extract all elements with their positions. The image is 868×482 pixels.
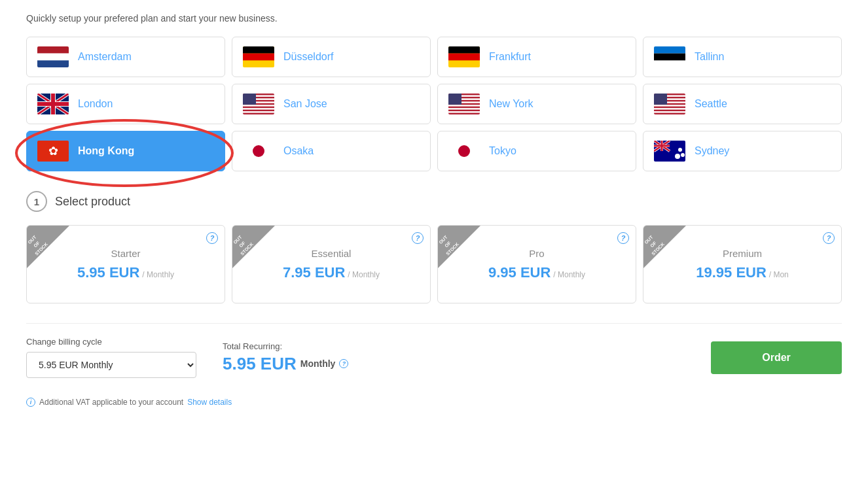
location-name-seattle: Seattle [695, 98, 727, 110]
location-grid: Amsterdam Düsseldorf Frankfurt [26, 37, 842, 171]
help-icon-starter[interactable]: ? [206, 232, 218, 244]
location-san-jose[interactable]: San Jose [232, 84, 431, 124]
location-name-amsterdam: Amsterdam [78, 51, 132, 63]
page-subtitle: Quickly setup your prefered plan and sta… [26, 13, 842, 24]
svg-rect-8 [448, 46, 480, 54]
svg-rect-21 [37, 102, 69, 106]
svg-rect-36 [448, 107, 480, 108]
svg-point-55 [458, 145, 470, 157]
billing-cycle-label: Change billing cycle [26, 337, 196, 347]
vat-note-text: Additional VAT applicable to your accoun… [39, 398, 183, 407]
location-london[interactable]: London [26, 84, 225, 124]
svg-point-67 [681, 153, 685, 157]
help-icon-premium[interactable]: ? [823, 232, 835, 244]
svg-rect-64 [654, 145, 670, 147]
total-section: Total Recurring: 5.95 EUR Monthly ? [223, 341, 685, 374]
location-name-sydney: Sydney [695, 145, 729, 157]
location-name-osaka: Osaka [283, 145, 314, 157]
product-pro[interactable]: OUTOFSTOCK ? Pro 9.95 EUR / Monthly [437, 225, 636, 303]
svg-rect-30 [243, 94, 256, 105]
svg-rect-2 [37, 54, 69, 61]
svg-rect-48 [654, 94, 667, 105]
location-tallinn[interactable]: Tallinn [643, 37, 842, 77]
location-osaka[interactable]: Osaka [232, 131, 431, 171]
total-period: Monthly [300, 358, 336, 369]
product-name-starter: Starter [111, 248, 140, 259]
location-amsterdam[interactable]: Amsterdam [26, 37, 225, 77]
billing-cycle-select[interactable]: 5.95 EUR Monthly 7.95 EUR Monthly 9.95 E… [26, 352, 196, 378]
location-sydney[interactable]: Sydney [643, 131, 842, 171]
product-starter[interactable]: OUTOFSTOCK ? Starter 5.95 EUR / Monthly [26, 225, 225, 303]
location-name-frankfurt: Frankfurt [489, 51, 531, 63]
product-price-premium: 19.95 EUR / Mon [696, 264, 789, 281]
svg-point-53 [253, 145, 264, 157]
product-price-pro: 9.95 EUR / Monthly [488, 264, 585, 281]
product-price-essential: 7.95 EUR / Monthly [283, 264, 380, 281]
vat-info-icon: i [26, 398, 35, 407]
location-name-hong-kong: Hong Kong [78, 145, 134, 157]
help-icon-pro[interactable]: ? [617, 232, 629, 244]
billing-cycle-section: Change billing cycle 5.95 EUR Monthly 7.… [26, 337, 196, 378]
total-price: 5.95 EUR Monthly ? [223, 354, 685, 374]
svg-rect-6 [243, 54, 274, 61]
svg-rect-39 [448, 94, 461, 105]
location-name-new-york: New York [489, 98, 533, 110]
svg-rect-38 [448, 113, 480, 114]
location-name-san-jose: San Jose [283, 98, 327, 110]
total-help-icon[interactable]: ? [339, 359, 348, 368]
total-price-value: 5.95 EUR [223, 354, 297, 374]
location-dusseldorf[interactable]: Düsseldorf [232, 37, 431, 77]
location-hong-kong[interactable]: ✿ Hong Kong [26, 131, 225, 171]
location-frankfurt[interactable]: Frankfurt [437, 37, 636, 77]
order-button[interactable]: Order [711, 341, 842, 374]
billing-row: Change billing cycle 5.95 EUR Monthly 7.… [26, 323, 842, 391]
location-name-tallinn: Tallinn [695, 51, 724, 63]
location-new-york[interactable]: New York [437, 84, 636, 124]
product-name-pro: Pro [529, 248, 544, 259]
location-name-tokyo: Tokyo [489, 145, 516, 157]
step-number: 1 [26, 191, 47, 212]
svg-rect-47 [654, 113, 685, 114]
location-tokyo[interactable]: Tokyo [437, 131, 636, 171]
svg-rect-28 [243, 110, 274, 111]
select-product-title: Select product [55, 195, 130, 209]
product-premium[interactable]: OUTOFSTOCK ? Premium 19.95 EUR / Mon [643, 225, 842, 303]
svg-rect-3 [37, 60, 69, 67]
location-name-dusseldorf: Düsseldorf [283, 51, 333, 63]
svg-point-65 [675, 154, 680, 159]
location-seattle[interactable]: Seattle [643, 84, 842, 124]
products-grid: OUTOFSTOCK ? Starter 5.95 EUR / Monthly … [26, 225, 842, 303]
svg-point-66 [678, 148, 682, 152]
svg-rect-11 [654, 46, 685, 54]
product-price-starter: 5.95 EUR / Monthly [77, 264, 174, 281]
vat-note: i Additional VAT applicable to your acco… [26, 398, 842, 407]
location-name-london: London [78, 98, 113, 110]
product-essential[interactable]: OUTOFSTOCK ? Essential 7.95 EUR / Monthl… [232, 225, 431, 303]
svg-text:✿: ✿ [48, 145, 58, 158]
svg-rect-5 [243, 46, 274, 54]
total-recurring-label: Total Recurring: [223, 341, 685, 351]
svg-rect-27 [243, 107, 274, 108]
svg-rect-37 [448, 110, 480, 111]
svg-rect-29 [243, 113, 274, 114]
svg-rect-12 [654, 54, 685, 61]
svg-rect-46 [654, 110, 685, 111]
product-name-premium: Premium [723, 248, 762, 259]
show-details-link[interactable]: Show details [187, 398, 232, 407]
product-name-essential: Essential [312, 248, 352, 259]
help-icon-essential[interactable]: ? [412, 232, 424, 244]
svg-rect-1 [37, 46, 69, 54]
select-product-header: 1 Select product [26, 191, 842, 212]
svg-rect-45 [654, 107, 685, 108]
svg-rect-9 [448, 54, 480, 61]
